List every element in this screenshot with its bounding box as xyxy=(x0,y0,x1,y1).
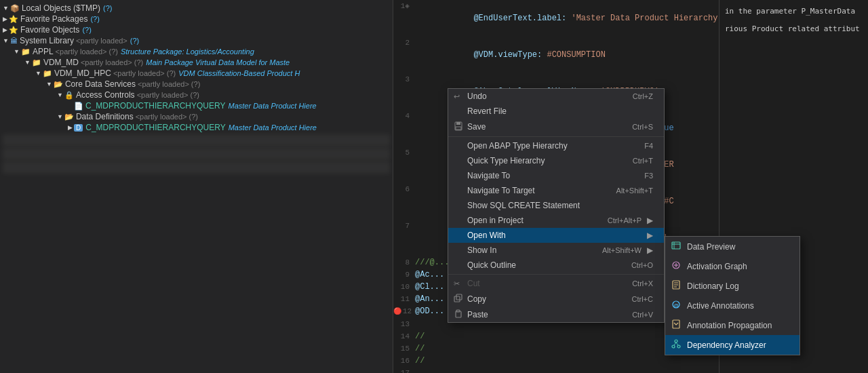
breakpoint-icon: 🔴 xyxy=(393,308,401,315)
shortcut-label: Alt+Shift+W xyxy=(602,246,642,254)
menu-item-save[interactable]: Save Ctrl+S xyxy=(448,119,664,135)
menu-item-show-in[interactable]: Show In Alt+Shift+W ▶ xyxy=(448,243,664,258)
menu-label: Show In xyxy=(467,246,586,255)
submenu-item-dependency-analyzer[interactable]: Dependency Analyzer xyxy=(665,335,800,355)
tree-item-access-controls[interactable]: ▼ 🔒 Access Controls <partly loaded> (?) xyxy=(0,90,393,100)
library-icon: 🏛 xyxy=(10,37,18,45)
tree-extra: <partly loaded> (?) xyxy=(56,47,118,56)
svg-line-24 xyxy=(676,342,678,345)
menu-item-quick-outline[interactable]: Quick Outline Ctrl+O xyxy=(448,258,664,273)
annotation-token: @VDM.viewType: xyxy=(473,50,547,60)
tree-item-vdm-md[interactable]: ▼ 📁 VDM_MD <partly loaded> (?) Main Pack… xyxy=(0,57,393,68)
submenu-label: Data Preview xyxy=(687,242,735,252)
menu-item-paste[interactable]: Paste Ctrl+V xyxy=(448,307,664,322)
tree-item-local-objects[interactable]: ▼ 📦 Local Objects ($TMP) (?) xyxy=(0,3,393,14)
svg-point-20 xyxy=(675,340,677,342)
menu-item-cut[interactable]: ✂ Cut Ctrl+X xyxy=(448,276,664,291)
chevron-icon: ▶ xyxy=(68,124,73,131)
tree-item-c-mdproducthierarchyquery-ac[interactable]: ▶ 📄 C_MDPRODUCTHIERARCHYQUERY Master Dat… xyxy=(0,100,393,111)
cds-icon: 📂 xyxy=(54,80,63,89)
submenu-label: Dependency Analyzer xyxy=(687,340,766,350)
menu-label: Show SQL CREATE Statement xyxy=(467,201,637,210)
save-icon xyxy=(454,121,467,132)
menu-label: Open in Project xyxy=(467,216,591,225)
star-icon: ⭐ xyxy=(9,15,18,24)
line-number: 2 xyxy=(393,37,415,49)
tree-desc: Master Data Product Hiere xyxy=(229,123,317,132)
submenu-item-activation-graph[interactable]: Activation Graph xyxy=(665,256,800,276)
menu-label: Navigate To Target xyxy=(467,186,600,195)
tree-item-favorite-packages[interactable]: ▶ ⭐ Favorite Packages (?) xyxy=(0,14,393,24)
menu-item-open-with[interactable]: Open With ▶ xyxy=(448,228,664,243)
tree-label: Access Controls xyxy=(76,90,135,100)
annoprop-icon xyxy=(671,319,687,332)
submenu-item-dictionary-log[interactable]: Dictionary Log xyxy=(665,276,800,296)
actgraph-icon xyxy=(671,260,687,273)
tree-label: System Library xyxy=(20,36,74,45)
line-number: 11 xyxy=(393,293,415,305)
shortcut-label: Ctrl+Alt+P xyxy=(608,216,642,224)
submenu-item-data-preview[interactable]: Data Preview xyxy=(665,237,800,256)
tree-desc: Main Package Virtual Data Model for Mast… xyxy=(146,58,290,66)
tree-item-c-mdproducthierarchyquery-dd[interactable]: ▶ D C_MDPRODUCTHIERARCHYQUERY Master Dat… xyxy=(0,122,393,133)
menu-label: Open ABAP Type Hierarchy xyxy=(467,141,628,151)
tree-label: Data Definitions xyxy=(76,112,134,121)
tree-badge: (?) xyxy=(82,26,91,34)
code-line-17: 17 xyxy=(393,367,719,373)
shortcut-label: F4 xyxy=(644,142,653,150)
tree-badge: (?) xyxy=(130,37,139,45)
menu-item-revert-file[interactable]: Revert File xyxy=(448,104,664,119)
menu-item-navigate-to-target[interactable]: Navigate To Target Alt+Shift+T xyxy=(448,183,664,198)
svg-rect-3 xyxy=(454,296,460,302)
line-number: 9 xyxy=(393,269,415,281)
svg-text:@: @ xyxy=(673,302,679,309)
tree-item-core-data-services[interactable]: ▼ 📂 Core Data Services <partly loaded> (… xyxy=(0,79,393,90)
code-line-2: 2 @VDM.viewType: #CONSUMPTION xyxy=(393,37,719,73)
line-number: 8 xyxy=(393,256,415,269)
svg-rect-7 xyxy=(672,242,680,249)
dictlog-icon xyxy=(671,279,687,292)
tree-item-favorite-objects[interactable]: ▶ ⭐ Favorite Objects (?) xyxy=(0,24,393,35)
right-text-2: rious Product related attribut xyxy=(722,20,865,38)
paste-icon xyxy=(454,309,467,319)
chevron-icon: ▼ xyxy=(14,48,20,55)
right-text-1: in the parameter P_MasterData xyxy=(722,3,865,20)
menu-item-open-in-project[interactable]: Open in Project Ctrl+Alt+P ▶ xyxy=(448,213,664,228)
menu-item-navigate-to[interactable]: Navigate To F3 xyxy=(448,168,664,183)
tree-label: C_MDPRODUCTHIERARCHYQUERY xyxy=(85,123,225,132)
vdm-icon: 📁 xyxy=(32,58,41,67)
hash-token: #C xyxy=(664,197,673,206)
menu-item-copy[interactable]: Copy Ctrl+C xyxy=(448,291,664,307)
depanalyzer-icon xyxy=(671,338,687,351)
line-content: // xyxy=(415,355,719,367)
menu-label: Undo xyxy=(467,92,616,101)
submenu-item-annotation-propagation[interactable]: Annotation Propagation xyxy=(665,315,800,335)
chevron-icon: ▼ xyxy=(24,59,31,66)
vdm-icon: 📁 xyxy=(43,69,52,78)
datapreview-icon xyxy=(671,240,687,253)
submenu-item-active-annotations[interactable]: @ Active Annotations xyxy=(665,296,800,315)
tree-label: C_MDPRODUCTHIERARCHYQUERY xyxy=(85,101,225,111)
menu-item-quick-type[interactable]: Quick Type Hierarchy Ctrl+T xyxy=(448,153,664,168)
menu-item-undo[interactable]: ↩ Undo Ctrl+Z xyxy=(448,89,664,104)
line-number: 15 xyxy=(393,342,415,355)
chevron-icon: ▶ xyxy=(3,16,7,22)
tree-item-system-library[interactable]: ▼ 🏛 System Library <partly loaded> (?) xyxy=(0,35,393,46)
chevron-icon: ▼ xyxy=(46,81,52,87)
menu-item-open-abap[interactable]: Open ABAP Type Hierarchy F4 xyxy=(448,138,664,153)
file-tree-panel: ▼ 📦 Local Objects ($TMP) (?) ▶ ⭐ Favorit… xyxy=(0,0,393,373)
tree-item-vdm-md-hpc[interactable]: ▼ 📁 VDM_MD_HPC <partly loaded> (?) VDM C… xyxy=(0,68,393,79)
chevron-icon: ▼ xyxy=(3,5,9,12)
menu-item-show-sql[interactable]: Show SQL CREATE Statement xyxy=(448,198,664,213)
tree-item-appl[interactable]: ▼ 📁 APPL <partly loaded> (?) Structure P… xyxy=(0,46,393,57)
chevron-icon: ▼ xyxy=(35,70,41,77)
menu-label: Quick Type Hierarchy xyxy=(467,156,616,165)
tree-desc: Structure Package: Logistics/Accounting xyxy=(121,47,254,56)
tree-item-data-definitions[interactable]: ▼ 📂 Data Definitions <partly loaded> (?) xyxy=(0,111,393,122)
arrow-icon: ▶ xyxy=(647,216,653,225)
line-number: 1◈ xyxy=(393,0,415,12)
line-number: 17 xyxy=(393,367,415,373)
tree-extra: <partly loaded> (?) xyxy=(81,58,143,66)
svg-rect-2 xyxy=(456,127,461,130)
chevron-icon: ▼ xyxy=(3,37,9,44)
